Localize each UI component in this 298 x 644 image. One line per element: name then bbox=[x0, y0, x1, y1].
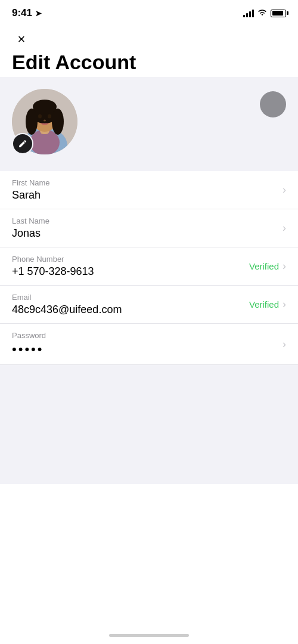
password-field[interactable]: Password ••••• › bbox=[0, 324, 298, 365]
first-name-value: Sarah bbox=[12, 189, 281, 202]
home-indicator bbox=[109, 634, 189, 637]
close-button[interactable]: × bbox=[12, 30, 31, 49]
last-name-label: Last Name bbox=[12, 216, 281, 225]
header: × Edit Account bbox=[0, 24, 298, 77]
svg-point-8 bbox=[33, 100, 57, 114]
battery-icon bbox=[271, 10, 286, 17]
chevron-right-icon: › bbox=[283, 260, 286, 273]
phone-verified-badge: Verified bbox=[249, 261, 279, 271]
phone-label: Phone Number bbox=[12, 255, 249, 264]
email-field[interactable]: Email 48c9c436@uifeed.com Verified › bbox=[0, 286, 298, 324]
email-label: Email bbox=[12, 293, 249, 302]
status-bar: 9:41 ➤ bbox=[0, 0, 298, 24]
form-section: First Name Sarah › Last Name Jonas › Pho… bbox=[0, 171, 298, 365]
svg-point-7 bbox=[52, 109, 64, 135]
email-value: 48c9c436@uifeed.com bbox=[12, 304, 249, 316]
svg-point-11 bbox=[44, 120, 46, 122]
page-title: Edit Account bbox=[12, 51, 286, 73]
close-icon: × bbox=[18, 33, 26, 46]
svg-point-9 bbox=[38, 114, 42, 119]
pencil-icon bbox=[18, 139, 27, 148]
first-name-label: First Name bbox=[12, 178, 281, 187]
phone-value: +1 570-328-9613 bbox=[12, 265, 249, 278]
last-name-field[interactable]: Last Name Jonas › bbox=[0, 209, 298, 247]
signal-icon bbox=[243, 9, 254, 17]
chevron-right-icon: › bbox=[283, 338, 286, 351]
last-name-value: Jonas bbox=[12, 227, 281, 240]
password-value: ••••• bbox=[12, 342, 281, 357]
bottom-area bbox=[0, 365, 298, 484]
chevron-right-icon: › bbox=[283, 184, 286, 196]
status-icons bbox=[243, 8, 286, 18]
first-name-field[interactable]: First Name Sarah › bbox=[0, 171, 298, 209]
password-label: Password bbox=[12, 331, 281, 340]
wifi-icon bbox=[257, 8, 267, 18]
profile-indicator-dot bbox=[260, 91, 286, 117]
avatar-wrapper bbox=[12, 89, 77, 154]
profile-section bbox=[0, 77, 298, 171]
edit-avatar-button[interactable] bbox=[12, 133, 33, 154]
chevron-right-icon: › bbox=[283, 298, 286, 311]
svg-point-10 bbox=[48, 114, 51, 119]
email-verified-badge: Verified bbox=[249, 299, 279, 309]
status-time: 9:41 ➤ bbox=[12, 7, 42, 19]
chevron-right-icon: › bbox=[283, 222, 286, 234]
phone-number-field[interactable]: Phone Number +1 570-328-9613 Verified › bbox=[0, 247, 298, 286]
location-arrow-icon: ➤ bbox=[35, 9, 42, 18]
svg-point-6 bbox=[26, 109, 38, 135]
